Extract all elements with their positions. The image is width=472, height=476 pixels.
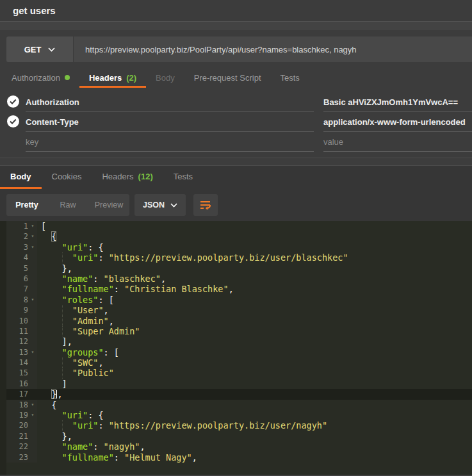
new-header-value-input[interactable]: [323, 137, 472, 147]
code-line[interactable]: 16 ]: [0, 379, 472, 389]
code-content: "name": "blaschkec",: [37, 274, 472, 284]
code-editor[interactable]: 1▾[2▾ {3▾ "uri": {4 "uri": "https://prev…: [0, 221, 472, 475]
response-tab-cookies[interactable]: Cookies: [42, 166, 92, 189]
new-header-key-input[interactable]: [26, 137, 314, 147]
code-content: "name": "nagyh",: [37, 441, 472, 452]
fold-toggle-icon[interactable]: ▾: [28, 221, 37, 231]
json-punctuation: ],: [41, 336, 72, 347]
row-enabled-checkbox[interactable]: [7, 95, 19, 108]
code-line[interactable]: 8▾ "roles": [: [0, 295, 472, 305]
json-punctuation: ]: [41, 379, 67, 389]
code-content: "Admin",: [37, 316, 472, 326]
tab-body-label: Body: [156, 73, 175, 83]
response-tab-headers[interactable]: Headers (12): [92, 166, 163, 189]
code-line[interactable]: 10 "Admin",: [0, 316, 472, 326]
json-punctuation: [41, 410, 62, 420]
header-value-cell[interactable]: application/x-www-form-urlencoded: [323, 112, 472, 132]
code-line[interactable]: 5 },: [0, 263, 472, 274]
fold-toggle-icon[interactable]: ▾: [28, 347, 37, 357]
url-input[interactable]: https://preview.poolparty.biz/PoolParty/…: [74, 37, 472, 62]
header-key-cell[interactable]: Authorization: [26, 92, 314, 112]
code-line[interactable]: 17 },: [0, 389, 472, 399]
tab-pre-request-script[interactable]: Pre-request Script: [184, 69, 271, 88]
header-key-cell[interactable]: Content-Type: [26, 112, 314, 132]
json-punctuation: [41, 326, 72, 336]
json-punctuation: ,: [104, 305, 109, 315]
json-punctuation: :: [93, 441, 103, 452]
fold-toggle-icon[interactable]: ▾: [28, 231, 37, 242]
line-number: 17: [0, 389, 28, 399]
json-string: "User": [72, 305, 104, 315]
fold-spacer: [28, 379, 37, 389]
line-number: 1: [0, 221, 28, 231]
code-line[interactable]: 19▾ "uri": {: [0, 410, 472, 420]
pretty-view-button[interactable]: Pretty: [6, 194, 47, 216]
line-gutter: 1▾: [0, 221, 37, 231]
wrap-lines-button[interactable]: [193, 194, 218, 216]
tab-authorization[interactable]: Authorization: [2, 69, 79, 88]
row-enabled-checkbox[interactable]: [7, 115, 19, 127]
fold-toggle-icon[interactable]: ▾: [28, 242, 37, 252]
tab-tests-label: Tests: [281, 73, 300, 83]
fold-spacer: [28, 263, 37, 274]
indent-guide: [62, 305, 63, 315]
json-punctuation: : [: [104, 347, 119, 357]
method-dropdown[interactable]: GET: [6, 37, 74, 62]
code-line[interactable]: 20 "uri": "https://preview.poolparty.biz…: [0, 420, 472, 431]
json-punctuation: [41, 347, 62, 357]
fold-toggle-icon[interactable]: ▾: [28, 295, 37, 305]
code-line[interactable]: 15 "Public": [0, 368, 472, 378]
code-line[interactable]: 23 "fullname": "Helmut Nagy",: [0, 452, 472, 463]
line-number: 22: [0, 441, 28, 452]
response-tab-headers-label: Headers: [102, 172, 133, 181]
fold-spacer: [28, 431, 37, 441]
code-line[interactable]: 11 "Super Admin": [0, 326, 472, 336]
tab-pre-request-script-label: Pre-request Script: [194, 73, 261, 83]
code-line[interactable]: 9 "User",: [0, 305, 472, 315]
json-string: "Admin": [72, 316, 109, 326]
code-line[interactable]: 22 "name": "nagyh",: [0, 441, 472, 452]
fold-spacer: [28, 336, 37, 347]
code-line[interactable]: 6 "name": "blaschkec",: [0, 274, 472, 284]
code-line[interactable]: 21 },: [0, 431, 472, 441]
line-number: 18: [0, 400, 28, 410]
code-line[interactable]: 2▾ {: [0, 231, 472, 242]
code-line[interactable]: 4 "uri": "https://preview.poolparty.biz/…: [0, 252, 472, 263]
tab-headers[interactable]: Headers (2): [79, 69, 146, 88]
url-bar: GET https://preview.poolparty.biz/PoolPa…: [6, 37, 472, 62]
code-line[interactable]: 18▾ {: [0, 400, 472, 410]
tab-tests[interactable]: Tests: [271, 69, 309, 88]
header-value-cell[interactable]: Basic aHViZXJmOmh1YmVwcA==: [323, 92, 472, 112]
request-response-splitter[interactable]: [0, 158, 472, 166]
code-line[interactable]: 13▾ "groups": [: [0, 347, 472, 357]
code-line[interactable]: 14 "SWC",: [0, 357, 472, 368]
code-line[interactable]: 12 ],: [0, 336, 472, 347]
code-line[interactable]: 1▾[: [0, 221, 472, 231]
json-punctuation: [41, 252, 72, 263]
json-punctuation: : {: [88, 242, 103, 252]
json-punctuation: ,: [109, 316, 114, 326]
code-content: "uri": {: [37, 410, 472, 420]
preview-view-button[interactable]: Preview: [88, 194, 129, 216]
line-gutter: 13▾: [0, 347, 37, 357]
format-dropdown[interactable]: JSON: [134, 194, 186, 216]
code-content: ]: [37, 379, 472, 389]
tab-body[interactable]: Body: [146, 69, 184, 88]
json-key: "uri": [72, 420, 99, 431]
json-string: "https://preview.poolparty.biz/user/nagy…: [109, 420, 327, 431]
code-line[interactable]: 3▾ "uri": {: [0, 242, 472, 252]
raw-view-button[interactable]: Raw: [47, 194, 88, 216]
code-line[interactable]: 7 "fullname": "Christian Blaschke",: [0, 284, 472, 294]
fold-toggle-icon[interactable]: ▾: [28, 410, 37, 420]
fold-spacer: [28, 357, 37, 368]
response-section: Body Cookies Headers (12) Tests Pretty R…: [0, 166, 472, 475]
line-gutter: 14: [0, 357, 37, 368]
code-content: },: [37, 263, 472, 274]
response-tab-tests[interactable]: Tests: [163, 166, 203, 189]
line-gutter: 18▾: [0, 400, 37, 410]
response-tab-body[interactable]: Body: [0, 166, 42, 189]
fold-toggle-icon[interactable]: ▾: [28, 400, 37, 410]
header-row-authorization: Authorization Basic aHViZXJmOmh1YmVwcA==: [0, 92, 472, 112]
tab-authorization-label: Authorization: [12, 73, 60, 83]
indent-guide: [62, 326, 63, 336]
